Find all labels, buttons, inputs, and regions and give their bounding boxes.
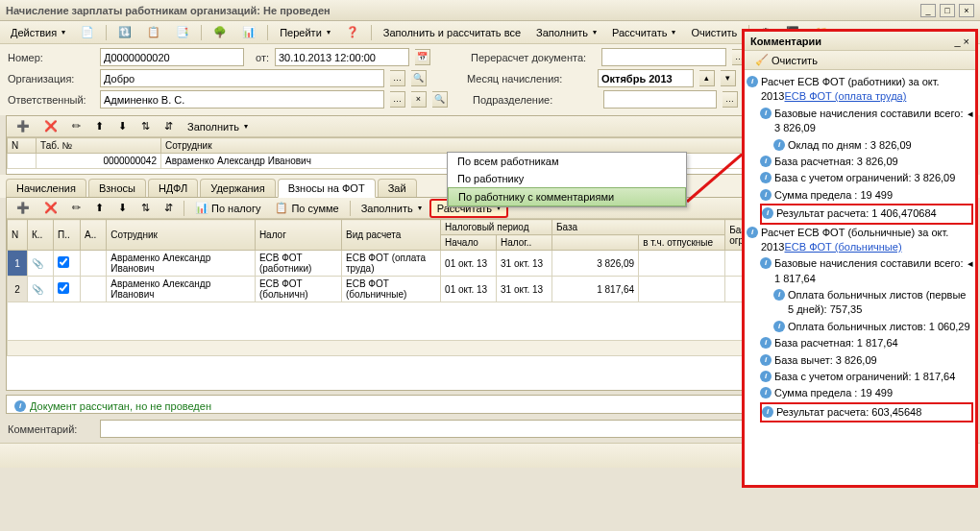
cp-clear-button[interactable]: 🧹Очистить [748, 51, 824, 69]
title-bar: Начисление зарплаты работникам организац… [0, 0, 980, 21]
popup-all[interactable]: По всем работникам [448, 153, 686, 170]
popup-with-comments[interactable]: По работнику с комментариями [448, 187, 686, 206]
doc1-icon[interactable]: 📋 [140, 23, 167, 41]
info-icon: i [14, 400, 26, 412]
date-field[interactable]: 30.10.2013 12:00:00 [275, 48, 409, 66]
close-button[interactable]: × [959, 4, 974, 17]
clear-icon[interactable]: × [411, 91, 427, 108]
tab-accruals[interactable]: Начисления [6, 179, 86, 198]
tab-loans[interactable]: Зай [378, 179, 417, 198]
number-label: Номер: [8, 52, 94, 63]
fill-menu[interactable]: Заполнить [529, 24, 603, 41]
tab-contributions[interactable]: Взносы [88, 179, 146, 198]
calc-menu[interactable]: Рассчитать [605, 24, 682, 41]
maximize-button[interactable]: □ [940, 4, 955, 17]
by-sum-button[interactable]: 📋По сумме [268, 199, 345, 217]
clear-button[interactable]: Очистить [684, 24, 744, 41]
fill-top-menu[interactable]: Заполнить [181, 118, 255, 135]
refresh-icon[interactable]: 🔃 [111, 23, 138, 41]
tab-deductions[interactable]: Удержания [200, 179, 275, 198]
doc2-icon[interactable]: 📑 [169, 23, 196, 41]
post-icon[interactable]: 📄 [74, 23, 101, 41]
caret-icon[interactable]: ◂ [968, 107, 973, 121]
comments-title: Комментарии [750, 36, 821, 47]
actions-menu[interactable]: Действия [4, 24, 72, 41]
cp-minimize-icon[interactable]: _ [954, 36, 960, 47]
resp-field[interactable]: Админенко В. С. [100, 90, 384, 109]
dept-field[interactable] [603, 90, 717, 109]
window-title: Начисление зарплаты работникам организац… [6, 5, 920, 16]
del-icon[interactable]: ❌ [37, 117, 64, 135]
result-2: iРезультат расчета: 603,45648 [760, 402, 973, 422]
tab-fot[interactable]: Взносы на ФОТ [278, 179, 376, 198]
date-picker-icon[interactable]: 📅 [415, 49, 430, 65]
spin-up-icon[interactable]: ▴ [699, 70, 715, 86]
tree-icon[interactable]: 🌳 [207, 23, 233, 41]
calc-popup: По всем работникам По работнику По работ… [447, 152, 687, 207]
minimize-button[interactable]: _ [920, 4, 936, 17]
month-field[interactable]: Октябрь 2013 [598, 69, 694, 87]
goto-menu[interactable]: Перейти [273, 24, 337, 41]
recalc-field[interactable] [601, 48, 726, 66]
help-icon[interactable]: ❓ [339, 23, 366, 41]
post2-icon[interactable]: 📊 [235, 23, 262, 41]
result-1: iРезультат расчета: 1 406,470684 [760, 204, 973, 224]
edit-icon[interactable]: ✏ [65, 117, 87, 135]
popup-one[interactable]: По работнику [448, 170, 686, 187]
fill-calc-all-button[interactable]: Заполнить и рассчитать все [377, 24, 527, 41]
tab-ndfl[interactable]: НДФЛ [148, 179, 198, 198]
cp-close-icon[interactable]: × [964, 36, 969, 47]
add-icon[interactable]: ➕ [10, 117, 37, 135]
org-field[interactable]: Добро [100, 69, 384, 87]
by-tax-button[interactable]: 📊По налогу [188, 199, 267, 217]
comments-panel: Комментарии_ × 🧹Очистить iРасчет ЕСВ ФОТ… [742, 29, 978, 488]
number-field[interactable]: Д0000000020 [100, 48, 244, 66]
